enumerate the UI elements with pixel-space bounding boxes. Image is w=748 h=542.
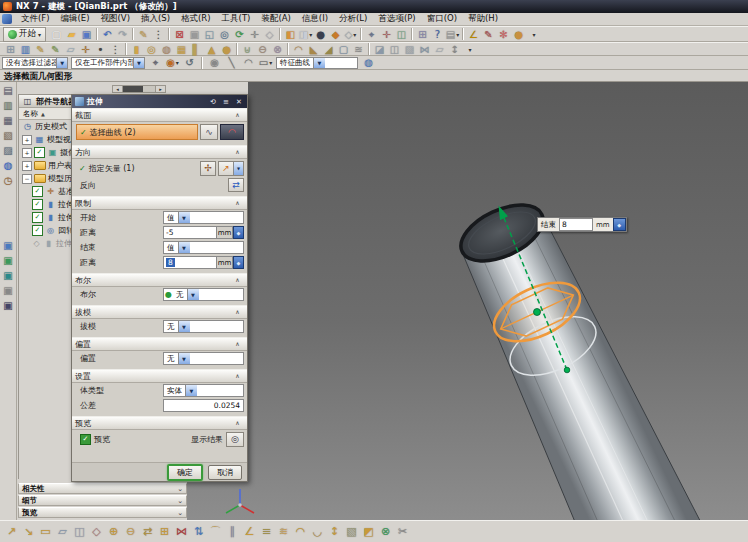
help-cue-icon[interactable]: ?: [430, 28, 445, 41]
feature-diamond-icon[interactable]: ◇: [32, 239, 41, 248]
vector-dialog-button[interactable]: ✢: [200, 161, 216, 176]
curve-rule-combo[interactable]: 特征曲线: [276, 57, 358, 69]
start-type-combo[interactable]: 值: [163, 211, 244, 224]
tolerance-input[interactable]: 0.0254: [163, 399, 244, 412]
datum-plane-icon[interactable]: ▱: [63, 43, 78, 56]
pan-view-icon[interactable]: ✛: [247, 28, 262, 41]
sketch-in-task-icon[interactable]: ✎: [48, 43, 63, 56]
tab-scrollbar[interactable]: ◂ ▸: [112, 85, 166, 93]
view-orient-icon[interactable]: ▤: [445, 28, 460, 41]
chevron-down-icon[interactable]: [56, 58, 67, 68]
group-face-icon[interactable]: ◩: [361, 524, 376, 539]
chevron-down-icon[interactable]: [185, 385, 197, 396]
revolve-feature-icon[interactable]: ◎: [144, 43, 159, 56]
clip-section-icon[interactable]: ◫: [394, 28, 409, 41]
collapse-icon[interactable]: [231, 307, 244, 318]
hole-feature-icon[interactable]: ◍: [159, 43, 174, 56]
graphics-viewport[interactable]: [187, 82, 748, 520]
thread-feature-icon[interactable]: ≋: [351, 43, 366, 56]
system-scene-tab-icon[interactable]: ▣: [1, 284, 15, 297]
make-tangent-icon[interactable]: ⌒: [208, 524, 223, 539]
reuse-library-tab-icon[interactable]: ▧: [1, 129, 15, 142]
scroll-right-icon[interactable]: ▸: [155, 86, 165, 92]
preview-section[interactable]: 预览: [18, 507, 187, 518]
spinner-icon[interactable]: [233, 226, 244, 239]
rect-select-icon[interactable]: ▭: [258, 56, 273, 69]
expand-icon[interactable]: +: [22, 135, 32, 145]
move-face-icon[interactable]: ↗: [4, 524, 19, 539]
constraint-navigator-tab-icon[interactable]: ▦: [1, 114, 15, 127]
zoom-window-icon[interactable]: ◱: [202, 28, 217, 41]
replace-blend-icon[interactable]: ◠: [293, 524, 308, 539]
specify-vector-field[interactable]: ✓ 指定矢量 (1): [76, 163, 198, 174]
hd3d-tools-tab-icon[interactable]: ▨: [1, 144, 15, 157]
menu-item-0[interactable]: 文件(F): [16, 12, 55, 26]
menu-item-9[interactable]: 首选项(P): [373, 12, 420, 26]
draft-face-icon[interactable]: ◢: [321, 43, 336, 56]
mirror-face-icon[interactable]: ⇄: [140, 524, 155, 539]
immersive-display-icon[interactable]: ▣: [187, 28, 202, 41]
sphere-feature-icon[interactable]: ●: [219, 43, 234, 56]
snap-arc-icon[interactable]: ◠: [241, 56, 256, 69]
shaded-style-icon[interactable]: ◨: [298, 28, 313, 41]
feature-checkbox[interactable]: [32, 225, 43, 236]
boolean-group-header[interactable]: 布尔: [72, 273, 247, 287]
open-folder-icon[interactable]: ▰: [64, 28, 79, 41]
body-type-combo[interactable]: 实体: [163, 384, 244, 397]
edit-section-icon[interactable]: ⊗: [378, 524, 393, 539]
resize-blend-icon[interactable]: ◡: [310, 524, 325, 539]
curve-select-button[interactable]: ∿: [200, 124, 218, 140]
general-selection-icon[interactable]: ⌖: [148, 56, 163, 69]
shell-feature-icon[interactable]: ▢: [336, 43, 351, 56]
snap-point-icon[interactable]: ⌖: [364, 28, 379, 41]
reset-filter-icon[interactable]: ↺: [182, 56, 197, 69]
vector-type-combo[interactable]: ↗: [218, 161, 244, 176]
move-edge-icon[interactable]: ≡: [259, 524, 274, 539]
selection-scope-combo[interactable]: 仅在工作部件内部: [71, 57, 145, 69]
end-distance-unit[interactable]: mm: [217, 256, 233, 269]
sew-body-icon[interactable]: ⋈: [417, 43, 432, 56]
redo-arrow-icon[interactable]: ↷: [115, 28, 130, 41]
delete-face-icon[interactable]: ◇: [89, 524, 104, 539]
paste-face-icon[interactable]: ⊖: [123, 524, 138, 539]
toolbar-more-icon[interactable]: [526, 28, 541, 41]
extrude-dialog-titlebar[interactable]: 拉伸: [72, 95, 247, 108]
perspective-view-icon[interactable]: ◇: [262, 28, 277, 41]
feature-checkbox[interactable]: [32, 199, 43, 210]
overflow-dots-icon[interactable]: ⋮: [108, 43, 123, 56]
sketch-icon[interactable]: ✎: [33, 43, 48, 56]
section-group-header[interactable]: 截面: [72, 108, 247, 122]
collapse-icon[interactable]: [231, 147, 244, 158]
chevron-down-icon[interactable]: [178, 353, 190, 364]
part-navigator-tab-icon[interactable]: ▤: [1, 84, 15, 97]
dialog-options-icon[interactable]: [221, 98, 231, 106]
new-file-icon[interactable]: ▢: [49, 28, 64, 41]
preview-checkbox[interactable]: [80, 434, 91, 445]
datum-csys-icon[interactable]: ✛: [78, 43, 93, 56]
expand-icon[interactable]: +: [22, 148, 32, 158]
assembly-navigator-tab-icon[interactable]: ▥: [1, 99, 15, 112]
sketch-section-button[interactable]: ◠: [220, 124, 244, 140]
menu-item-5[interactable]: 工具(T): [217, 12, 256, 26]
end-distance-input[interactable]: 8: [559, 218, 593, 231]
chevron-down-icon[interactable]: [178, 212, 190, 223]
reorder-blend-icon[interactable]: ↕: [327, 524, 342, 539]
pattern-face-icon[interactable]: ⊞: [157, 524, 172, 539]
selection-filter-combo[interactable]: 没有选择过滤器: [2, 57, 68, 69]
menu-item-10[interactable]: 窗口(O): [422, 12, 462, 26]
draft-group-header[interactable]: 拔模: [72, 305, 247, 319]
undo-arrow-icon[interactable]: ↶: [100, 28, 115, 41]
menu-item-11[interactable]: 帮助(H): [463, 12, 503, 26]
save-disk-icon[interactable]: ▣: [79, 28, 94, 41]
menu-item-1[interactable]: 编辑(E): [56, 12, 95, 26]
collapse-icon[interactable]: [231, 371, 244, 382]
collapse-icon[interactable]: [231, 418, 244, 429]
start-button[interactable]: 开始: [3, 27, 46, 42]
collapse-icon[interactable]: [231, 198, 244, 209]
feature-checkbox[interactable]: [32, 186, 43, 197]
label-notch-icon[interactable]: ▧: [344, 524, 359, 539]
zoom-view-icon[interactable]: ◎: [217, 28, 232, 41]
dialog-close-icon[interactable]: [234, 98, 244, 106]
start-distance-unit[interactable]: mm: [217, 226, 233, 239]
dependencies-section[interactable]: 相关性: [18, 483, 187, 494]
